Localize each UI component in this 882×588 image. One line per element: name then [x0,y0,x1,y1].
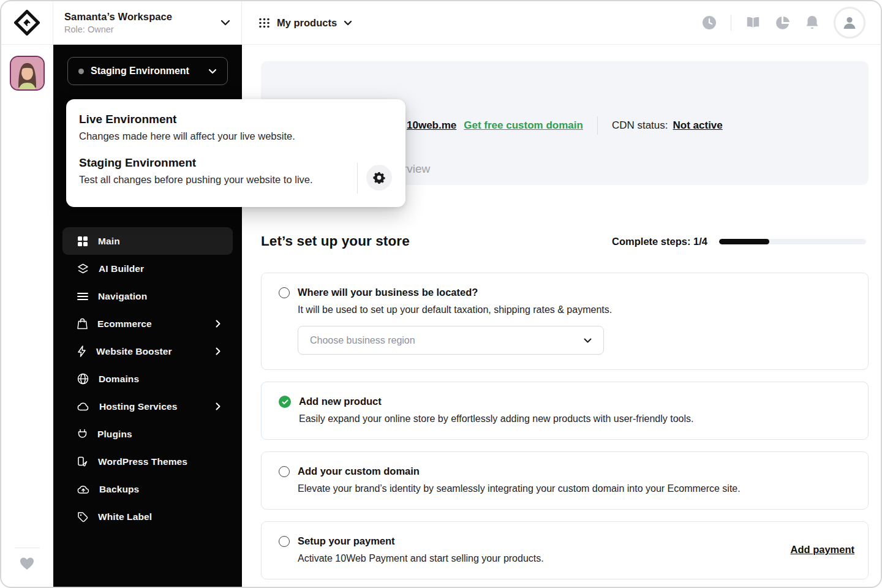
sidebar-item-navigation[interactable]: Navigation [62,282,233,310]
chevron-down-icon [208,69,217,74]
add-payment-link[interactable]: Add payment [790,544,854,556]
user-avatar[interactable] [10,56,45,91]
sidebar-item-label: Domains [99,374,221,385]
cdn-status-value[interactable]: Not active [673,119,723,132]
clock-icon[interactable] [701,15,717,31]
step-title: Add your custom domain [298,466,854,477]
workspace-role: Role: Owner [64,24,221,34]
chevron-right-icon [216,320,221,328]
step-description: Elevate your brand’s identity by seamles… [298,483,854,494]
environment-selector-button[interactable]: Staging Environment [67,57,228,85]
env-option-description: Changes made here will affect your live … [79,130,405,142]
docs-icon[interactable] [745,15,761,31]
sidebar-item-domains[interactable]: Domains [62,365,233,393]
step-card-business-location: Where will your business be located? It … [261,273,869,370]
setup-steps-list: Where will your business be located? It … [261,273,869,579]
sidebar-item-wordpress-themes[interactable]: WordPress Themes [62,448,233,475]
sidebar-item-label: Navigation [98,291,221,302]
sidebar-item-website-booster[interactable]: Website Booster [62,337,233,365]
account-icon[interactable] [834,7,865,39]
grid-icon [77,236,88,247]
sidebar-item-label: AI Builder [99,263,221,274]
topbar-actions [701,1,881,44]
sidebar-item-label: Main [98,236,221,247]
rail-divider [15,548,40,548]
environment-selector-label: Staging Environment [91,66,202,77]
step-title: Setup your payment [298,535,782,547]
cdn-status-label: CDN status: [612,119,668,132]
sidebar-item-ecommerce[interactable]: Ecommerce [62,310,233,337]
progress-fill [719,239,769,244]
step-description: It will be used to set up your default t… [298,304,854,315]
10web-logo-icon [14,10,40,36]
sidebar-item-label: Hosting Services [99,401,206,412]
my-products-selector[interactable]: My products [242,1,352,44]
check-circle-icon [279,396,291,408]
heart-icon[interactable] [19,556,35,571]
sidebar-item-label: Backups [99,484,221,495]
my-products-label: My products [277,17,337,29]
step-title: Add new product [299,396,854,407]
sidebar-menu: Main AI Builder Navigation Ecommerce [62,227,233,530]
site-domain-link[interactable]: 10web.me [407,119,456,132]
store-setup-title: Let’s set up your store [261,233,612,249]
apps-grid-icon [258,17,270,29]
workspace-selector[interactable]: Samanta’s Workspace Role: Owner [53,1,242,44]
topbar-divider [731,15,731,31]
chevron-down-icon [344,20,352,26]
radio-unchecked-icon[interactable] [279,536,290,547]
environment-dropdown-panel: Live Environment Changes made here will … [66,99,405,207]
sidebar-item-label: WordPress Themes [98,456,221,467]
get-custom-domain-link[interactable]: Get free custom domain [464,119,583,132]
sidebar-item-label: Website Booster [96,346,206,357]
step-card-custom-domain: Add your custom domain Elevate your bran… [261,451,869,510]
workspace-name: Samanta’s Workspace [64,11,221,23]
globe-icon [77,373,89,385]
sidebar-item-label: Plugins [97,429,221,440]
site-meta-divider [597,116,598,135]
workspace-text: Samanta’s Workspace Role: Owner [64,11,221,34]
radio-unchecked-icon[interactable] [279,287,290,298]
site-meta-row: 10web.me Get free custom domain CDN stat… [407,116,723,135]
shopping-bag-icon [77,318,88,330]
env-option-title[interactable]: Live Environment [79,113,405,126]
chevron-right-icon [216,347,221,355]
tag-icon [77,511,88,522]
sidebar-item-label: Ecommerce [97,318,206,330]
cloud-icon [77,402,89,411]
chevron-down-icon [221,20,230,26]
logo-cell[interactable] [1,1,53,44]
layers-icon [77,263,89,274]
usage-icon[interactable] [775,15,790,31]
progress-label: Complete steps: 1/4 [612,236,707,247]
sidebar-item-main[interactable]: Main [62,227,233,255]
business-region-select[interactable]: Choose business region [298,326,604,355]
store-setup-header: Let’s set up your store Complete steps: … [261,233,866,249]
sidebar-item-backups[interactable]: Backups [62,475,233,503]
step-card-payment: Setup your payment Activate 10Web Paymen… [261,521,869,579]
top-bar: Samanta’s Workspace Role: Owner My produ… [1,1,881,45]
sidebar-item-hosting-services[interactable]: Hosting Services [62,393,233,420]
sidebar-item-ai-builder[interactable]: AI Builder [62,255,233,282]
settings-gear-icon[interactable] [366,165,392,190]
step-card-add-product: Add new product Easily expand your onlin… [261,382,869,440]
radio-unchecked-icon[interactable] [279,466,290,477]
step-body: Where will your business be located? It … [298,287,854,355]
step-body: Add new product Easily expand your onlin… [299,396,854,424]
menu-lines-icon [77,292,88,301]
business-region-placeholder: Choose business region [310,335,584,346]
sidebar-item-plugins[interactable]: Plugins [62,420,233,448]
step-title: Where will your business be located? [298,287,854,298]
sidebar-item-white-label[interactable]: White Label [62,503,233,530]
plug-icon [77,429,88,440]
step-body: Setup your payment Activate 10Web Paymen… [298,535,782,564]
theme-icon [77,456,88,467]
lightning-icon [77,345,86,357]
app-window: Samanta’s Workspace Role: Owner My produ… [0,0,882,588]
environment-status-dot [78,69,84,74]
notifications-icon[interactable] [804,15,820,31]
sidebar-item-label: White Label [98,511,221,522]
step-description: Easily expand your online store by effor… [299,413,854,424]
env-option-live[interactable]: Live Environment Changes made here will … [79,113,405,142]
chevron-down-icon [584,338,592,343]
